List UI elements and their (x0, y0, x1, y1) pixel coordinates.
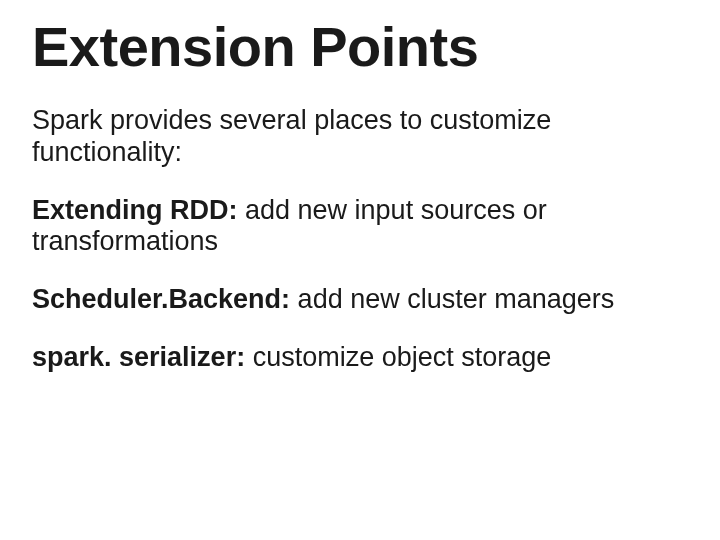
slide-body: Spark provides several places to customi… (32, 105, 688, 374)
slide-title: Extension Points (32, 18, 688, 77)
point-lead: Scheduler.Backend: (32, 284, 290, 314)
slide: Extension Points Spark provides several … (0, 0, 720, 540)
intro-text: Spark provides several places to customi… (32, 105, 688, 169)
point-rest: customize object storage (245, 342, 551, 372)
point-lead: Extending RDD: (32, 195, 238, 225)
point-extending-rdd: Extending RDD: add new input sources or … (32, 195, 688, 259)
point-spark-serializer: spark. serializer: customize object stor… (32, 342, 688, 374)
point-scheduler-backend: Scheduler.Backend: add new cluster manag… (32, 284, 688, 316)
point-rest: add new cluster managers (290, 284, 614, 314)
point-lead: spark. serializer: (32, 342, 245, 372)
